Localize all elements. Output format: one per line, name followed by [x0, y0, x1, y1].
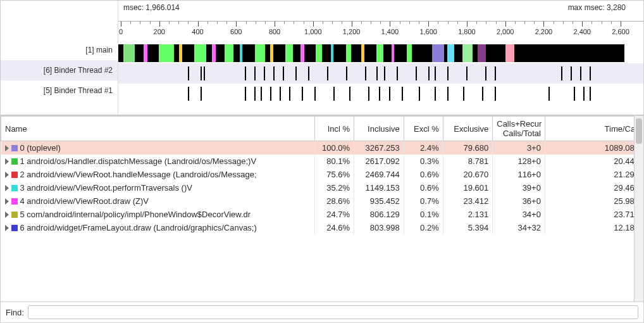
ruler-tick-label: 200 — [154, 28, 165, 35]
cell-inclusive: 803.998 — [354, 221, 404, 234]
table-row[interactable]: 5 com/android/internal/policy/impl/Phone… — [1, 208, 643, 221]
method-name: 2 android/view/ViewRoot.handleMessage (L… — [20, 170, 257, 179]
ruler-tick-label: 1,200 — [343, 28, 361, 35]
cell-time_call: 20.446 — [545, 155, 643, 168]
col-time-call[interactable]: Time/Call — [545, 117, 643, 141]
cell-calls: 34+0 — [493, 208, 545, 221]
cell-inclusive: 935.452 — [354, 194, 404, 208]
col-calls[interactable]: Calls+Recur Calls/Total — [493, 117, 545, 141]
cell-incl_pct: 28.6% — [315, 194, 354, 208]
profile-table: Name Incl % Inclusive Excl % Exclusive C… — [1, 116, 643, 234]
max-msec-label: max msec: 3,280 — [568, 3, 626, 21]
traceview-window: [1] main[6] Binder Thread #2[5] Binder T… — [0, 0, 644, 323]
cell-exclusive: 20.670 — [443, 168, 493, 181]
table-row[interactable]: 2 android/view/ViewRoot.handleMessage (L… — [1, 168, 643, 181]
col-exclusive[interactable]: Exclusive — [443, 117, 493, 141]
vertical-scrollbar[interactable] — [634, 116, 643, 301]
cell-incl_pct: 24.7% — [315, 208, 354, 221]
find-label: Find: — [6, 308, 24, 317]
msec-label: msec: 1,966.014 — [123, 3, 180, 21]
method-name: 5 com/android/internal/policy/impl/Phone… — [20, 210, 251, 219]
ruler-tick-label: 1,600 — [419, 28, 437, 35]
ruler-tick-label: 2,600 — [612, 28, 629, 35]
cell-time_call: 12.182 — [545, 221, 643, 234]
timeline-header: msec: 1,966.014 max msec: 3,280 — [118, 1, 643, 21]
method-name: 0 (toplevel) — [20, 143, 61, 153]
table-header: Name Incl % Inclusive Excl % Exclusive C… — [1, 117, 643, 141]
table-row[interactable]: 0 (toplevel)100.0%3267.2532.4%79.6803+01… — [1, 141, 643, 155]
thread-label[interactable]: [5] Binder Thread #1 — [1, 80, 118, 101]
col-name[interactable]: Name — [1, 117, 315, 141]
cell-inclusive: 2469.744 — [354, 168, 404, 181]
thread-label[interactable]: [6] Binder Thread #2 — [1, 60, 118, 80]
cell-calls: 116+0 — [493, 168, 545, 181]
cell-incl_pct: 80.1% — [315, 155, 354, 168]
cell-incl_pct: 24.6% — [315, 221, 354, 234]
expand-icon[interactable] — [5, 225, 9, 231]
cell-time_call: 25.985 — [545, 194, 643, 208]
method-name: 3 android/view/ViewRoot.performTraversal… — [20, 183, 192, 193]
cell-excl_pct: 2.4% — [404, 141, 443, 155]
timeline-panel: [1] main[6] Binder Thread #2[5] Binder T… — [1, 1, 643, 115]
ruler-tick-label: 800 — [269, 28, 280, 35]
cell-incl_pct: 75.6% — [315, 168, 354, 181]
cell-excl_pct: 0.6% — [404, 181, 443, 194]
color-swatch — [11, 158, 18, 165]
timeline-area[interactable]: msec: 1,966.014 max msec: 3,280 02004006… — [118, 1, 643, 115]
thread-track[interactable] — [118, 43, 643, 63]
table-row[interactable]: 6 android/widget/FrameLayout.draw (Landr… — [1, 221, 643, 234]
cell-excl_pct: 0.1% — [404, 208, 443, 221]
thread-track[interactable] — [118, 84, 643, 104]
color-swatch — [11, 172, 18, 178]
thread-label-column: [1] main[6] Binder Thread #2[5] Binder T… — [1, 1, 118, 115]
color-swatch — [11, 198, 18, 205]
timeline-ruler: 02004006008001,0001,2001,4001,6001,8002,… — [118, 21, 643, 43]
ruler-tick-label: 600 — [230, 28, 242, 35]
table-row[interactable]: 3 android/view/ViewRoot.performTraversal… — [1, 181, 643, 194]
profile-table-panel: Name Incl % Inclusive Excl % Exclusive C… — [1, 115, 643, 322]
cell-exclusive: 8.781 — [443, 155, 493, 168]
scrollbar-thumb[interactable] — [636, 118, 642, 144]
cell-inclusive: 3267.253 — [354, 141, 404, 155]
profile-table-scroll[interactable]: Name Incl % Inclusive Excl % Exclusive C… — [1, 116, 643, 302]
cell-inclusive: 806.129 — [354, 208, 404, 221]
ruler-tick-label: 400 — [192, 28, 203, 35]
cell-calls: 128+0 — [493, 155, 545, 168]
col-incl-pct[interactable]: Incl % — [315, 117, 354, 141]
col-inclusive[interactable]: Inclusive — [354, 117, 404, 141]
cell-exclusive: 2.131 — [443, 208, 493, 221]
color-swatch — [11, 212, 18, 218]
ruler-tick-label: 1,800 — [458, 28, 476, 35]
expand-icon[interactable] — [5, 172, 9, 178]
find-input[interactable] — [28, 305, 638, 319]
cell-exclusive: 79.680 — [443, 141, 493, 155]
expand-icon[interactable] — [5, 198, 9, 205]
thread-label[interactable]: [1] main — [1, 40, 118, 60]
color-swatch — [11, 225, 18, 231]
cell-calls: 36+0 — [493, 194, 545, 208]
cell-calls: 39+0 — [493, 181, 545, 194]
method-name: 4 android/view/ViewRoot.draw (Z)V — [20, 196, 149, 206]
cell-excl_pct: 0.7% — [404, 194, 443, 208]
expand-icon[interactable] — [5, 185, 9, 191]
cell-inclusive: 2617.092 — [354, 155, 404, 168]
expand-icon[interactable] — [5, 145, 9, 151]
cell-incl_pct: 35.2% — [315, 181, 354, 194]
cell-time_call: 21.291 — [545, 168, 643, 181]
ruler-tick-label: 1,000 — [304, 28, 322, 35]
cell-calls: 34+32 — [493, 221, 545, 234]
cell-inclusive: 1149.153 — [354, 181, 404, 194]
table-row[interactable]: 1 android/os/Handler.dispatchMessage (La… — [1, 155, 643, 168]
method-name: 6 android/widget/FrameLayout.draw (Landr… — [20, 223, 257, 232]
expand-icon[interactable] — [5, 158, 9, 165]
method-name: 1 android/os/Handler.dispatchMessage (La… — [20, 156, 257, 166]
col-excl-pct[interactable]: Excl % — [404, 117, 443, 141]
ruler-tick-label: 1,400 — [381, 28, 399, 35]
cell-calls: 3+0 — [493, 141, 545, 155]
color-swatch — [11, 185, 18, 191]
expand-icon[interactable] — [5, 212, 9, 218]
cell-excl_pct: 0.3% — [404, 155, 443, 168]
find-bar: Find: — [1, 302, 643, 322]
thread-track[interactable] — [118, 63, 643, 84]
table-row[interactable]: 4 android/view/ViewRoot.draw (Z)V28.6%93… — [1, 194, 643, 208]
